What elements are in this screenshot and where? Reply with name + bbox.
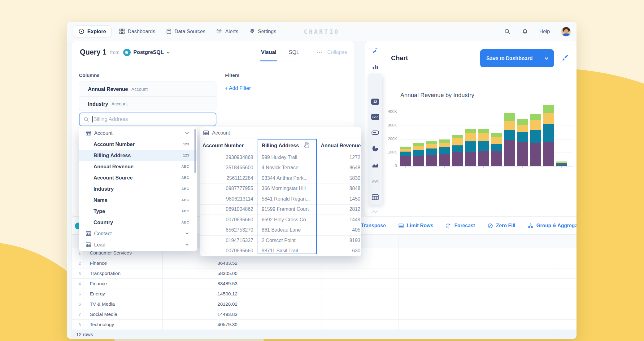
postgresql-icon xyxy=(123,49,131,56)
industry-cell: Finance xyxy=(84,260,162,266)
dropdown-field-name[interactable]: NameABC xyxy=(79,194,197,206)
nav-items: ExploreDashboardsData SourcesAlertsSetti… xyxy=(73,25,287,37)
bar-segment xyxy=(491,137,502,144)
revenue-cell: 14493.83 xyxy=(162,312,242,317)
bar-segment xyxy=(400,152,411,156)
field-name: Type xyxy=(94,208,105,214)
bar-segment xyxy=(413,143,424,146)
datasource-chevron-down-icon[interactable] xyxy=(166,51,169,54)
dropdown-group-lead[interactable]: Lead xyxy=(79,239,197,250)
row-number: 4 xyxy=(72,281,84,286)
bar-10[interactable] xyxy=(517,119,528,166)
row-number: 8 xyxy=(72,322,84,327)
industry-cell: Energy xyxy=(84,291,162,297)
chevron-down-icon xyxy=(185,231,189,236)
top-nav: ExploreDashboardsData SourcesAlertsSetti… xyxy=(67,22,577,41)
preview-col-header-billing-address[interactable]: Billing Address xyxy=(262,139,321,152)
dropdown-field-type[interactable]: TypeABC xyxy=(79,206,197,217)
dropdown-field-account-source[interactable]: Account SourceABC xyxy=(79,172,197,183)
bar-3[interactable] xyxy=(426,141,437,166)
more-options-icon[interactable] xyxy=(315,51,324,54)
preview-cell: 5830 xyxy=(317,173,360,184)
nav-item-explore[interactable]: Explore xyxy=(73,25,111,37)
toolbar-zero-fill[interactable]: Zero Fill xyxy=(487,223,515,229)
bar-6[interactable] xyxy=(465,129,476,166)
toolbar-item-label: Transpose xyxy=(361,223,386,228)
preview-col-header-account-number[interactable]: Account Number xyxy=(202,139,260,152)
search-icon[interactable] xyxy=(504,28,511,35)
add-filter-button[interactable]: + Add Filter xyxy=(225,85,251,91)
bar-8[interactable] xyxy=(491,133,502,166)
field-name: Country xyxy=(94,219,113,225)
dropdown-field-billing-address[interactable]: Billing Address123 xyxy=(79,150,197,161)
bar-segment xyxy=(426,141,437,144)
preview-cell: 0987777955 xyxy=(200,184,253,194)
field-name: Account Number xyxy=(94,141,135,147)
results-toolbar: TransposeLimit RowsForecastZero FillGrou… xyxy=(352,217,577,234)
table-row: 8Technology40579.30 xyxy=(72,320,577,330)
bar-5[interactable] xyxy=(452,135,463,166)
preview-cell: 91599 Fremont Court xyxy=(262,204,317,215)
toolbar-limit-rows[interactable]: Limit Rows xyxy=(398,223,433,229)
bar-12[interactable] xyxy=(543,105,554,166)
datasource-name[interactable]: PostgreSQL xyxy=(133,49,164,55)
field-type-badge: 123 xyxy=(183,153,189,157)
field-name: Name xyxy=(94,197,107,203)
preview-cell: 861 Badeau Lane xyxy=(262,225,317,236)
tab-sql[interactable]: SQL xyxy=(288,47,300,61)
dropdown-scrollbar-thumb[interactable] xyxy=(194,129,196,173)
dropdown-field-annual-revenue[interactable]: Annual RevenueABC xyxy=(79,161,197,172)
table-row: 2Finance86483.52 xyxy=(72,258,577,268)
preview-cell: 0070695660 xyxy=(200,246,253,256)
collapse-button[interactable]: Collapse xyxy=(327,49,347,55)
bar-segment xyxy=(530,114,541,120)
bar-7[interactable] xyxy=(478,129,489,166)
bar-2[interactable] xyxy=(413,143,424,166)
row-number: 2 xyxy=(72,261,84,266)
toolbar-group-aggregate[interactable]: Group & Aggregate xyxy=(528,223,577,229)
bar-11[interactable] xyxy=(530,114,541,166)
chevron-down-icon xyxy=(185,131,189,135)
bar-1[interactable] xyxy=(400,147,411,166)
help-link[interactable]: Help xyxy=(539,29,550,34)
bar-9[interactable] xyxy=(504,113,515,166)
dropdown-group-contact[interactable]: Contact xyxy=(79,228,197,239)
query-from-label: from xyxy=(110,50,120,55)
preview-cell: 1272 xyxy=(317,152,360,163)
dropdown-group-account[interactable]: Account xyxy=(79,127,197,139)
nav-item-data-sources[interactable]: Data Sources xyxy=(166,28,206,34)
bar-segment xyxy=(543,113,554,124)
bar-segment xyxy=(504,121,515,130)
y-axis-tick-label: 200K xyxy=(378,137,397,141)
preview-cell: 8848 xyxy=(317,184,360,194)
broadcast-icon xyxy=(216,28,222,34)
column-pill[interactable]: IndustryAccount xyxy=(79,96,216,111)
bar-4[interactable] xyxy=(439,140,450,166)
x-axis-line xyxy=(400,166,573,166)
user-avatar[interactable] xyxy=(561,27,571,37)
table-row: 5Energy14500.12 xyxy=(72,289,577,299)
bar-13[interactable] xyxy=(556,162,567,166)
revenue-cell: 86483.52 xyxy=(162,260,242,266)
field-type-badge: ABC xyxy=(181,198,189,202)
table-icon xyxy=(86,231,91,236)
bar-segment xyxy=(530,143,541,166)
hand-pointer-icon xyxy=(302,141,311,149)
nav-item-settings[interactable]: Settings xyxy=(249,28,276,34)
nav-item-dashboards[interactable]: Dashboards xyxy=(119,28,155,34)
search-input[interactable] xyxy=(94,116,212,122)
nav-item-alerts[interactable]: Alerts xyxy=(216,28,238,34)
dropdown-field-industry[interactable]: IndustryABC xyxy=(79,183,197,194)
bar-segment xyxy=(543,105,554,113)
notifications-bell-icon[interactable] xyxy=(522,28,528,35)
dropdown-field-account-number[interactable]: Account Number123 xyxy=(79,139,197,150)
preview-cell: 630 xyxy=(317,246,360,256)
tab-visual[interactable]: Visual xyxy=(260,47,277,61)
toolbar-forecast[interactable]: Forecast xyxy=(446,223,475,229)
column-pill[interactable]: Annual RevenueAccount xyxy=(79,82,216,96)
preview-col-header-annual-revenue[interactable]: Annual Revenue xyxy=(321,139,361,152)
preview-cell: 366 Morningstar Hill xyxy=(262,184,317,194)
revenue-cell: 58305.00 xyxy=(162,271,242,276)
column-search-field[interactable] xyxy=(79,113,216,126)
dropdown-field-country[interactable]: CountryABC xyxy=(79,217,197,228)
